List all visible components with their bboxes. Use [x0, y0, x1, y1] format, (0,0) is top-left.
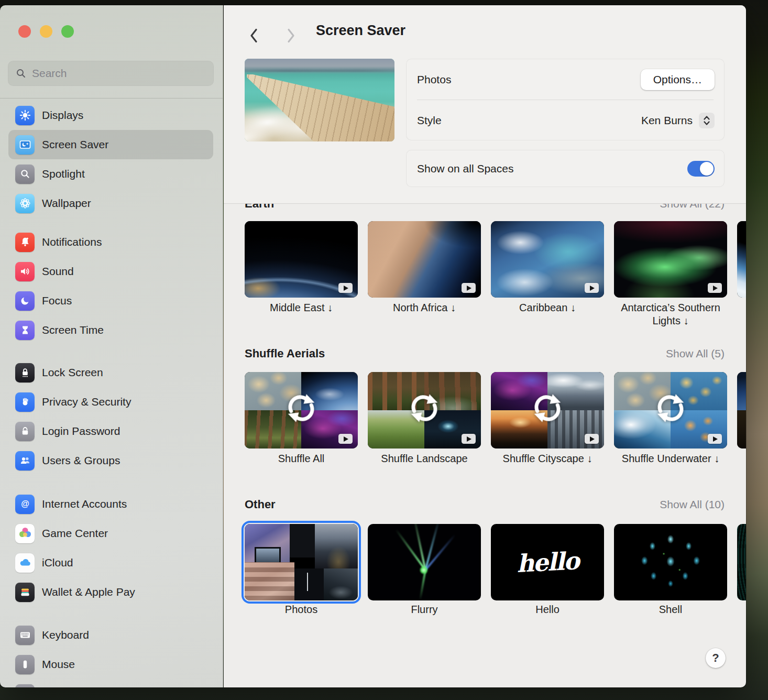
- show-all-other-link[interactable]: Show All (10): [660, 498, 725, 511]
- screensaver-icon: [15, 135, 35, 155]
- thumbnail-hello[interactable]: hello: [491, 524, 604, 600]
- sidebar-item-label: Internet Accounts: [42, 498, 127, 510]
- play-icon[interactable]: [338, 434, 353, 444]
- sidebar-item-spotlight[interactable]: Spotlight: [8, 159, 213, 189]
- sidebar-item-screen-time[interactable]: Screen Time: [8, 315, 213, 345]
- other-thumbnails: hello: [245, 524, 746, 600]
- show-on-all-spaces-toggle[interactable]: [687, 161, 715, 177]
- displays-icon: [15, 106, 35, 125]
- style-value: Ken Burns: [641, 114, 693, 127]
- thumbnail-flurry[interactable]: [368, 524, 481, 600]
- play-icon[interactable]: [585, 283, 599, 293]
- sidebar-item-game-center[interactable]: Game Center: [8, 519, 213, 548]
- partial-item-icon: [15, 684, 35, 688]
- play-icon[interactable]: [338, 283, 353, 293]
- thumbnail-shuffle-cityscape[interactable]: [491, 372, 604, 449]
- shuffle-icon: [524, 385, 570, 431]
- hand-privacy-icon: [15, 392, 35, 412]
- play-icon[interactable]: [585, 434, 599, 444]
- sidebar-item-internet-accounts[interactable]: @ Internet Accounts: [8, 489, 213, 519]
- show-all-earth-link[interactable]: Show All (22): [660, 204, 725, 210]
- sidebar-item-wallet[interactable]: Wallet & Apple Pay: [8, 577, 213, 607]
- sidebar-item-screen-saver[interactable]: Screen Saver: [8, 130, 213, 159]
- close-button[interactable]: [18, 25, 31, 38]
- chevron-down-icon: [704, 121, 710, 125]
- sidebar-item-mouse[interactable]: Mouse: [8, 650, 213, 679]
- sidebar-item-wallpaper[interactable]: Wallpaper: [8, 189, 213, 218]
- sidebar-item-label: Displays: [42, 109, 83, 122]
- thumbnail-north-africa[interactable]: [368, 221, 481, 298]
- sidebar-item-label: Mouse: [42, 658, 75, 671]
- detail-header: Screen Saver Photos Options… Style Ken B…: [224, 5, 746, 204]
- sidebar-item-focus[interactable]: Focus: [8, 286, 213, 315]
- sidebar-item-label: Login Password: [42, 425, 120, 438]
- thumbnail-label: Flurry: [368, 603, 481, 616]
- thumbnail-shuffle-partial[interactable]: [737, 372, 746, 449]
- spaces-card: Show on all Spaces: [406, 150, 725, 187]
- sidebar-item-displays[interactable]: Displays: [8, 101, 213, 130]
- shuffle-thumbnails: [245, 372, 746, 449]
- sidebar-item-icloud[interactable]: iCloud: [8, 548, 213, 577]
- play-icon[interactable]: [708, 434, 722, 444]
- play-icon[interactable]: [462, 434, 476, 444]
- thumbnail-middle-east[interactable]: [245, 221, 358, 298]
- thumbnail-label: Shuffle Underwater ↓: [614, 452, 727, 465]
- show-all-shuffle-link[interactable]: Show All (5): [666, 347, 725, 360]
- play-icon[interactable]: [708, 283, 722, 293]
- style-select-stepper[interactable]: [699, 113, 715, 128]
- thumbnail-photos-selected[interactable]: [245, 524, 358, 600]
- toggle-knob: [700, 162, 714, 176]
- photos-label: Photos: [417, 73, 641, 86]
- sound-icon: [15, 262, 35, 281]
- shuffle-icon: [648, 385, 694, 431]
- photos-row: Photos Options…: [407, 59, 724, 100]
- thumbnail-label: Shuffle Landscape: [368, 452, 481, 465]
- thumbnail-antarctica-southern-lights[interactable]: [614, 221, 727, 298]
- section-header-shuffle-aerials: Shuffle Aerials Show All (5): [245, 346, 725, 360]
- search-field[interactable]: [8, 61, 214, 86]
- chevron-up-icon: [704, 116, 710, 120]
- thumbnail-shuffle-landscape[interactable]: [368, 372, 481, 449]
- spotlight-icon: [15, 165, 35, 184]
- thumbnail-caribbean[interactable]: [491, 221, 604, 298]
- thumbnail-art: [737, 372, 746, 410]
- thumbnail-label: Photos: [245, 603, 358, 616]
- show-on-all-spaces-label: Show on all Spaces: [417, 162, 687, 175]
- sidebar-item-label: Game Center: [42, 527, 108, 540]
- thumbnail-earth-partial[interactable]: [737, 221, 746, 298]
- thumbnail-shuffle-all[interactable]: [245, 372, 358, 449]
- forward-button[interactable]: [283, 27, 299, 44]
- search-input[interactable]: [32, 67, 206, 80]
- play-icon[interactable]: [462, 283, 476, 293]
- options-button[interactable]: Options…: [641, 69, 715, 90]
- sidebar-item-keyboard[interactable]: Keyboard: [8, 620, 213, 650]
- thumbnail-shell[interactable]: [614, 524, 727, 600]
- keyboard-icon: [15, 626, 35, 645]
- thumbnail-label: North Africa ↓: [368, 301, 481, 314]
- thumbnail-label: Shuffle All: [245, 452, 358, 465]
- shuffle-icon: [401, 385, 447, 431]
- minimize-button[interactable]: [40, 25, 52, 38]
- sidebar-item-lock-screen[interactable]: Lock Screen: [8, 358, 213, 387]
- thumbnail-shuffle-underwater[interactable]: [614, 372, 727, 449]
- sidebar-item-sound[interactable]: Sound: [8, 257, 213, 286]
- sidebar-item-login-password[interactable]: Login Password: [8, 417, 213, 446]
- sidebar-item-label: Sound: [42, 265, 74, 278]
- sidebar-item-users-groups[interactable]: Users & Groups: [8, 446, 213, 475]
- section-title: Shuffle Aerials: [245, 347, 325, 360]
- notifications-icon: [15, 233, 35, 252]
- thumbnail-other-partial[interactable]: [737, 524, 746, 600]
- back-button[interactable]: [246, 27, 261, 44]
- sidebar-item-notifications[interactable]: Notifications: [8, 227, 213, 257]
- section-title: Earth: [245, 204, 274, 211]
- help-button[interactable]: ?: [706, 648, 726, 668]
- window-controls: [18, 25, 74, 38]
- screensaver-gallery: Earth Show All (22): [224, 204, 746, 687]
- thumbnail-label: Shuffle Cityscape ↓: [491, 452, 604, 465]
- section-header-earth: Earth Show All (22): [245, 204, 725, 211]
- zoom-button[interactable]: [61, 25, 74, 38]
- sidebar-item-partial[interactable]: [8, 679, 213, 687]
- thumbnail-label: Middle East ↓: [245, 301, 358, 314]
- screensaver-preview: [245, 59, 394, 141]
- sidebar-item-privacy-security[interactable]: Privacy & Security: [8, 387, 213, 417]
